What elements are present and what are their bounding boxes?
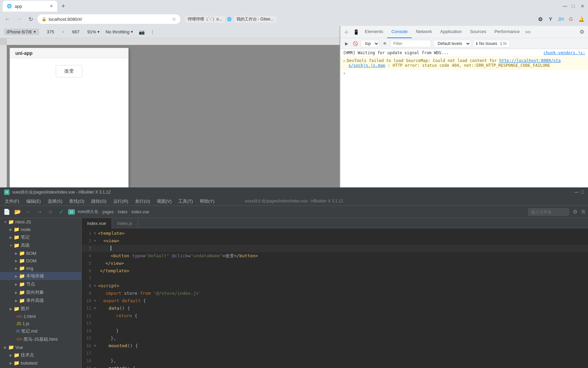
tree-item-htmljs[interactable]: ▼ 📁 Html-JS [0, 218, 81, 226]
fold-marker-8[interactable]: ▼ [94, 282, 96, 290]
devtools-inspect-button[interactable]: ⊹ [342, 27, 351, 37]
devtools-more-tabs-button[interactable]: >> [524, 28, 532, 36]
star-icon[interactable]: ☆ [172, 16, 176, 22]
toolbar-forward-button[interactable]: → [35, 208, 44, 216]
tree-item-oop[interactable]: ▶ 📁 面向对象 [0, 288, 81, 296]
console-arrow-line[interactable]: › [340, 70, 588, 77]
filter-button[interactable]: ⚙ [572, 209, 578, 215]
devtools-tab-performance[interactable]: Performance [490, 26, 524, 38]
minimize-button[interactable]: ─ [563, 4, 568, 9]
issues-badge[interactable]: ℹ No Issues 1 hi [473, 40, 510, 47]
maximize-ide-button[interactable]: □ [581, 189, 584, 195]
filter-input[interactable] [390, 40, 431, 47]
breadcrumb-pages[interactable]: pages [102, 210, 114, 214]
warning-link-1[interactable]: http://localhost:8080/sta [499, 58, 561, 63]
code-line-3[interactable]: 3 [82, 245, 588, 252]
link2[interactable]: 我的工作台 - Gitee... [234, 16, 276, 23]
extension-icon-1[interactable]: ⚙ [536, 15, 544, 23]
fold-marker-10[interactable]: ▼ [94, 297, 96, 305]
fold-marker-16[interactable]: ▼ [94, 342, 96, 350]
tree-item-notemd[interactable]: M 笔记.md [0, 327, 81, 335]
tree-item-images[interactable]: ▶ 📁 图片 [0, 305, 81, 313]
tree-item-advanced[interactable]: ▼ 📁 高级 [0, 241, 81, 249]
extension-icon-2[interactable]: Y [546, 15, 555, 23]
menu-file[interactable]: 文件(F) [1, 197, 23, 206]
preview-change-button[interactable]: 改变 [56, 65, 82, 77]
forward-button[interactable]: → [14, 14, 24, 24]
menu-tools[interactable]: 工具(T) [175, 197, 196, 206]
menu-edit[interactable]: 编辑(E) [23, 197, 44, 206]
tab-close-icon[interactable]: ✕ [50, 4, 53, 9]
toolbar-save-button[interactable]: ✓ [57, 208, 65, 216]
more-options-button[interactable]: ⋮ [150, 29, 155, 35]
breadcrumb-vuex[interactable]: vuex持久化 [78, 209, 98, 215]
menu-help[interactable]: 帮助(Y) [196, 197, 218, 206]
new-tab-button[interactable]: + [59, 1, 68, 11]
reload-button[interactable]: ↻ [26, 14, 35, 24]
chunk-vendors-link[interactable]: chunk-vendors.js: [543, 50, 585, 55]
tree-item-1js[interactable]: JS 1.js [0, 320, 81, 327]
tree-item-1html[interactable]: </> 1.html [0, 313, 81, 320]
width-input[interactable] [45, 29, 56, 34]
capture-button[interactable]: 📷 [139, 29, 145, 35]
tree-item-bom[interactable]: ▶ 📁 BOM [0, 249, 81, 257]
breadcrumb-index[interactable]: index [118, 210, 128, 214]
menu-find[interactable]: 查找(O) [66, 197, 88, 206]
devtools-device-button[interactable]: 📱 [351, 27, 361, 37]
tree-item-dom[interactable]: ▶ 📁 DOM [0, 257, 81, 264]
maximize-button[interactable]: □ [572, 4, 576, 9]
warning-link-2[interactable]: s/sockjs.js.map [348, 63, 385, 68]
fold-marker-11[interactable]: ▼ [94, 305, 96, 312]
console-clear-button[interactable]: 🚫 [352, 40, 359, 47]
editor-tab-index-vue[interactable]: index.vue [82, 218, 112, 228]
toolbar-new-button[interactable]: 📄 [3, 208, 11, 216]
tree-item-vue[interactable]: ▶ 📁 Vue [0, 343, 81, 351]
tree-item-techpoints[interactable]: ▶ 📁 技术点 [0, 351, 81, 359]
extension-icon-4[interactable]: G [567, 15, 575, 23]
tree-item-boketest[interactable]: ▶ 📁 boketest [0, 359, 81, 367]
breadcrumb-file[interactable]: index.vue [132, 210, 149, 214]
devtools-tab-elements[interactable]: Elements [361, 26, 387, 38]
code-editor[interactable]: 1 ▼ <template> 2 ▼ <view> 3 [82, 228, 588, 368]
tree-item-heima[interactable]: </> 黑马-JS基础.html [0, 335, 81, 343]
menu-publish[interactable]: 发行(U) [132, 197, 153, 206]
tree-item-img[interactable]: ▶ 📁 img [0, 264, 81, 272]
menu-select[interactable]: 选择(S) [44, 197, 66, 206]
tree-item-notes[interactable]: ▶ 📁 笔记 [0, 233, 81, 241]
fold-marker-19[interactable]: ▼ [94, 365, 96, 368]
fold-marker-1[interactable]: ▼ [94, 230, 96, 237]
link1[interactable]: 哔哩哔哩（`-`）o... [185, 16, 225, 23]
device-selector[interactable]: iPhone 6/7/8 ▼ [4, 29, 39, 35]
devtools-tab-sources[interactable]: Sources [466, 26, 490, 38]
browser-tab-active[interactable]: 🌐 app ✕ [3, 1, 57, 12]
context-selector[interactable]: top [361, 40, 379, 47]
throttle-selector[interactable]: No throttling ▼ [105, 29, 133, 34]
eye-button[interactable]: 👁 [381, 40, 388, 47]
devtools-tab-application[interactable]: Application [436, 26, 466, 38]
file-search-input[interactable] [528, 208, 569, 216]
devtools-tab-console[interactable]: Console [387, 26, 412, 38]
menu-jump[interactable]: 跳转(G) [88, 197, 110, 206]
tree-item-node2[interactable]: ▶ 📁 节点 [0, 280, 81, 288]
zoom-selector[interactable]: 91% ▼ [87, 29, 100, 34]
devtools-tab-network[interactable]: Network [412, 26, 436, 38]
tree-item-localstorage[interactable]: ▶ 📁 本地存储 [0, 272, 81, 280]
editor-tab-index-js[interactable]: index.js [112, 218, 138, 228]
toolbar-bookmark-button[interactable]: ☆ [46, 208, 54, 216]
devtools-settings-button[interactable]: ⚙ [577, 27, 587, 37]
fold-marker-2[interactable]: ▼ [94, 237, 96, 245]
extension-icon-3[interactable]: JH [557, 15, 565, 23]
menu-view[interactable]: 视图(V) [153, 197, 175, 206]
menu-run[interactable]: 运行(R) [110, 197, 132, 206]
toolbar-open-button[interactable]: 📂 [14, 208, 22, 216]
toolbar-back-button[interactable]: ← [24, 208, 33, 216]
project-badge[interactable]: H [68, 209, 75, 215]
height-input[interactable] [70, 29, 82, 34]
console-run-button[interactable]: ▶ [343, 40, 350, 47]
extension-icon-5[interactable]: 🔔 [577, 15, 585, 23]
tree-item-node[interactable]: ▶ 📁 node [0, 226, 81, 233]
minimize-ide-button[interactable]: ─ [574, 189, 578, 195]
address-input[interactable]: 🔒 localhost:8080/#/ ☆ [37, 14, 180, 24]
close-button[interactable]: ✕ [581, 4, 585, 9]
log-level-selector[interactable]: Default levels [433, 40, 471, 47]
